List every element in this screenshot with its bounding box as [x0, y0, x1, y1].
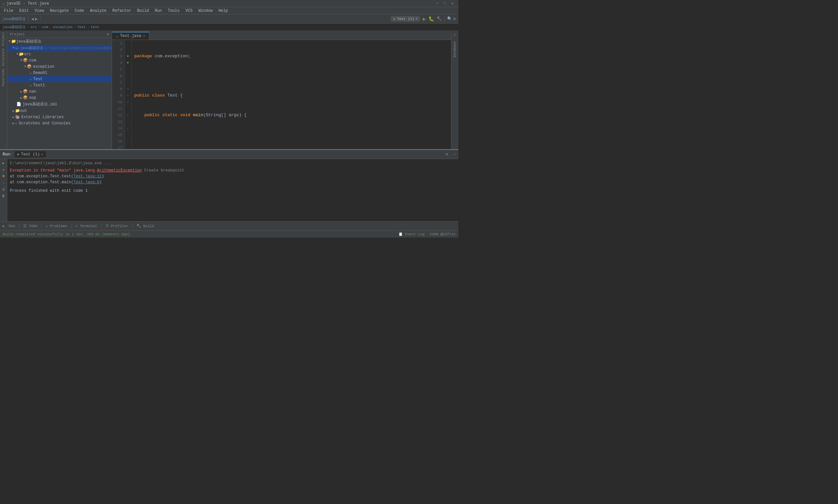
project-dropdown[interactable]: java基础语法 [3, 16, 25, 21]
gutter-11 [125, 105, 131, 112]
fold-icon-12[interactable]: ⌐ [127, 112, 129, 119]
fold-icon-10[interactable]: ⌐ [127, 99, 129, 105]
gutter-8[interactable]: ⌐ [125, 86, 131, 92]
maximize-button[interactable]: □ [442, 1, 448, 6]
toolbar-nav-back[interactable]: ◀ [31, 16, 34, 22]
tree-item-iml[interactable]: 📄 java基础语法.iml [7, 101, 112, 108]
menu-build[interactable]: Build [135, 8, 151, 14]
line-num-5: 5 [114, 66, 122, 73]
btab-sep3 [71, 224, 72, 229]
tree-item-module[interactable]: ▼ 🗂 java基础语法 C:\Users\Nan\IdeaProjects\j… [7, 45, 112, 51]
console-minimize-icon[interactable]: ─ [453, 152, 456, 157]
search-everywhere[interactable]: 🔍 [447, 16, 452, 21]
stop-icon[interactable]: ■ [1, 174, 6, 179]
menu-refactor[interactable]: Refactor [110, 8, 134, 14]
debug-button[interactable]: 🐛 [428, 16, 434, 22]
gutter-3[interactable]: ▶ [125, 53, 131, 59]
btab-run[interactable]: Run [6, 223, 18, 229]
run-arrow-3[interactable]: ▶ [127, 53, 129, 59]
sidebar-settings-icon[interactable]: ⚙ [107, 32, 109, 36]
run-tab-close[interactable]: ✕ [41, 152, 43, 157]
console-stack-1-link[interactable]: Test.java:11 [73, 174, 102, 179]
btab-problems[interactable]: ⚠ Problems [43, 223, 70, 229]
breadcrumb-part5[interactable]: Test [77, 25, 86, 29]
code-content[interactable]: package com.exception; public class Test… [131, 40, 451, 149]
tree-label-demo01: Demo01 [33, 71, 47, 75]
menu-tools[interactable]: Tools [165, 8, 182, 14]
sidebar-tab-project[interactable]: Project [1, 31, 6, 47]
gutter-9[interactable]: ⌐ [125, 92, 131, 99]
gutter-10[interactable]: ⌐ [125, 99, 131, 105]
settings-button[interactable]: ⚙ [453, 16, 456, 21]
breadcrumb-part3[interactable]: com [41, 25, 48, 29]
toolbar-nav-forward[interactable]: ▶ [35, 16, 38, 22]
gutter-4[interactable]: ▶ [125, 59, 131, 66]
tree-item-out[interactable]: ▶ 📁 out [7, 108, 112, 114]
editor-gutter: ▶ ▶ ⌐ ⌐ ⌐ ⌐ ⌐ [125, 40, 131, 149]
tree-item-test[interactable]: ☕ Test [7, 76, 112, 82]
menu-view[interactable]: View [32, 8, 47, 14]
tree-item-src[interactable]: ▼ 📂 src [7, 51, 112, 57]
console-exception-link[interactable]: ArithmeticException [97, 168, 142, 173]
tree-label-src: src [24, 52, 31, 57]
menu-file[interactable]: File [1, 8, 16, 14]
sidebar-tab-structure[interactable]: Structure [1, 47, 6, 68]
code-editor[interactable]: 1 2 3 4 5 6 7 8 9 10 11 12 13 14 15 16 1… [112, 40, 451, 149]
clear-icon[interactable]: 🗑 [1, 193, 6, 198]
menu-code[interactable]: Code [72, 8, 87, 14]
fold-icon-9[interactable]: ⌐ [127, 92, 129, 99]
btab-build[interactable]: 🔨 Build [134, 223, 157, 229]
breadcrumb-part2[interactable]: src [31, 25, 37, 29]
menu-edit[interactable]: Edit [17, 8, 32, 14]
fold-icon-14[interactable]: ⌐ [127, 125, 129, 131]
tab-close-button[interactable]: ✕ [143, 34, 145, 38]
breadcrumb-part1[interactable]: java基础语法 [3, 24, 25, 30]
tree-item-test1[interactable]: ☕ Test1 [7, 82, 112, 88]
print-icon[interactable]: 🖨 [1, 186, 6, 192]
run-button[interactable]: ▶ [423, 16, 426, 22]
sidebar-tab-favorites[interactable]: Favorites [1, 68, 6, 88]
tree-item-oop[interactable]: ▶ 📦 oop [7, 94, 112, 101]
breadcrumb-part4[interactable]: exception [53, 25, 72, 29]
menu-run[interactable]: Run [152, 8, 165, 14]
run-again-icon[interactable]: ▶ [1, 160, 6, 166]
event-log-link[interactable]: 📋 Event Log [398, 232, 425, 236]
bottom-run-icon[interactable]: ▶ [3, 224, 5, 228]
tree-item-external-libs[interactable]: ▶ 📚 External Libraries [7, 114, 112, 120]
btab-terminal[interactable]: > Terminal [73, 223, 100, 229]
build-button[interactable]: 🔨 [437, 16, 442, 21]
tree-item-nan[interactable]: ▶ 📦 nan [7, 88, 112, 94]
tree-item-scratches[interactable]: ▶ ✏ Scratches and Consoles [7, 120, 112, 126]
gutter-14[interactable]: ⌐ [125, 125, 131, 131]
tree-item-demo01[interactable]: ☕ Demo01 [7, 70, 112, 76]
expand-arrow-com: ▼ [20, 58, 22, 62]
menu-window[interactable]: Window [196, 8, 215, 14]
tree-item-project-root[interactable]: ▼ 📁 java基础语法 [7, 38, 112, 45]
run-arrow-4[interactable]: ▶ [127, 59, 129, 66]
scroll-end-icon[interactable]: ↓ [1, 180, 6, 185]
console-stack-2-link[interactable]: Test.java:6 [73, 180, 99, 184]
run-config-dropdown[interactable]: ▶ Test (1) ▼ [391, 16, 420, 22]
minimize-button[interactable]: ─ [434, 1, 440, 6]
menu-analyze[interactable]: Analyze [87, 8, 109, 14]
title-bar-controls[interactable]: ─ □ ✕ [434, 1, 456, 6]
btab-profiler[interactable]: ⏱ Profiler [103, 223, 131, 229]
line-num-2: 2 [114, 47, 122, 53]
close-button[interactable]: ✕ [449, 1, 456, 6]
code-line-1: package com.exception; [134, 53, 448, 59]
editor-tab-test[interactable]: ☕ Test.java ✕ [112, 32, 149, 40]
breadcrumb-part6[interactable]: test [91, 25, 99, 29]
tree-item-com[interactable]: ▼ 📦 com [7, 57, 112, 64]
tree-item-exception[interactable]: ▼ 📦 exception [7, 64, 112, 70]
menu-vcs[interactable]: VCS [183, 8, 195, 14]
java-icon-test: ☕ [30, 76, 32, 82]
menu-help[interactable]: Help [216, 8, 230, 14]
fold-icon-8[interactable]: ⌐ [127, 86, 129, 92]
run-tab-active[interactable]: ▶ Test (1) ✕ [15, 151, 46, 158]
btab-todo[interactable]: ☰ TODO [21, 223, 40, 229]
rerun-icon[interactable]: ↺ [1, 167, 6, 172]
menu-navigate[interactable]: Navigate [47, 8, 71, 14]
gutter-12[interactable]: ⌐ [125, 112, 131, 119]
database-icon[interactable]: Database [453, 41, 457, 57]
console-settings-icon[interactable]: ⚙ [446, 152, 448, 157]
